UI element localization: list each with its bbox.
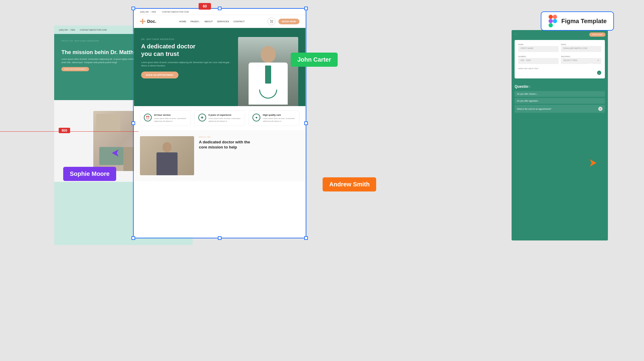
orange-cursor-arrow xyxy=(590,159,596,168)
feature-desc-1: Lorem ipsum dolor sit amet, consectetur … xyxy=(154,117,187,123)
hero-text: DR. MATTHEW ANDERSON A dedicated doctor … xyxy=(141,37,232,106)
hero-book-btn[interactable]: BOOK AN APPOINTMENT xyxy=(141,72,178,78)
about-person-body xyxy=(156,152,178,175)
feature-title-3: High quality care xyxy=(263,114,296,116)
bg-faq-plus-icon[interactable]: + xyxy=(598,107,602,111)
svg-rect-10 xyxy=(549,23,553,27)
doctor-body xyxy=(249,63,288,105)
width-ruler-badge: 800 xyxy=(59,128,70,133)
svg-rect-8 xyxy=(553,15,557,19)
nav-links: HOME PAGES ABOUT SERVICES CONTACT xyxy=(179,20,245,23)
bg-form-number-field[interactable]: 000 - 1000 xyxy=(518,58,559,64)
hero-doctor-image xyxy=(238,37,298,106)
about-image xyxy=(140,136,194,175)
feature-desc-3: Lorem ipsum dolor sit amet, consectetur … xyxy=(263,117,296,123)
main-frame-wrapper: (284) 587 – 7800 CONTACT@DOCTOR.COM Doc.… xyxy=(134,9,305,237)
bg-form-send-btn[interactable]: → xyxy=(597,71,601,75)
doctor-head xyxy=(261,46,276,63)
nav-right: BOOK NOW xyxy=(268,17,299,25)
feature-desc-2: Lorem ipsum dolor sit amet, consectetur … xyxy=(209,117,241,123)
bg-faq-title: Question xyxy=(515,84,605,89)
about-person xyxy=(155,139,179,175)
nav-logo: Doc. xyxy=(140,19,156,24)
figma-badge-text: Figma Template xyxy=(561,18,607,25)
bg-form-email-label: EMAIL xyxy=(561,44,601,45)
feature-text-3: High quality care Lorem ipsum dolor sit … xyxy=(263,114,296,123)
doctor-coat-detail xyxy=(265,66,271,84)
feature-icon-2: ✚ xyxy=(198,114,206,121)
main-email: CONTACT@DOCTOR.COM xyxy=(162,11,189,13)
john-carter-badge: John Carter xyxy=(291,53,338,67)
feature-card-2: ✚ 8 years of experience Lorem ipsum dolo… xyxy=(194,110,245,126)
logo-cross-icon xyxy=(140,19,145,24)
bg-faq-item-2[interactable]: Do you offer appointm... xyxy=(515,98,605,104)
nav-pages[interactable]: PAGES xyxy=(190,20,200,23)
andrew-smith-badge: Andrew Smith xyxy=(323,177,376,191)
height-badge: 60 xyxy=(199,3,211,10)
feature-title-1: 24 hour service xyxy=(154,114,187,116)
svg-point-4 xyxy=(271,22,271,23)
bg-form-inquiries-label: INQUIRIES xyxy=(561,56,601,57)
bg-right-faq: Question Do you offer virtual v... Do yo… xyxy=(512,81,608,117)
nav-contact[interactable]: CONTACT xyxy=(233,20,245,23)
hero-image-container xyxy=(238,37,298,106)
doctor-silhouette xyxy=(244,40,292,106)
stethoscope-icon xyxy=(259,90,277,99)
svg-rect-7 xyxy=(549,15,553,19)
main-nav: Doc. HOME PAGES ABOUT SERVICES CONTACT B… xyxy=(134,15,305,28)
about-section: ABOUT ME A dedicated doctor with the cor… xyxy=(134,130,305,181)
bg-faq-item-3[interactable]: What is the cost for an appointment? + xyxy=(515,105,605,113)
features-row: ⏰ 24 hour service Lorem ipsum dolor sit … xyxy=(134,106,305,130)
about-person-head xyxy=(163,142,172,152)
svg-point-11 xyxy=(553,19,557,23)
about-title: A dedicated doctor with the core mission… xyxy=(199,140,299,150)
hero-subtitle: DR. MATTHEW ANDERSON xyxy=(141,38,232,40)
about-text: ABOUT ME A dedicated doctor with the cor… xyxy=(199,136,299,175)
figma-template-badge: Figma Template xyxy=(541,11,614,31)
main-phone: (284) 587 – 7800 xyxy=(140,11,156,13)
main-page: (284) 587 – 7800 CONTACT@DOCTOR.COM Doc.… xyxy=(134,9,305,237)
bg-right-cursor-icon xyxy=(585,63,596,75)
hero-desc: Lorem ipsum dolor sit amet, consectetur … xyxy=(141,61,232,67)
svg-marker-1 xyxy=(590,159,596,167)
bg-faq-item-1[interactable]: Do you offer virtual v... xyxy=(515,91,605,97)
feature-text-2: 8 years of experience Lorem ipsum dolor … xyxy=(209,114,241,123)
svg-rect-9 xyxy=(549,19,553,23)
bg-right-nav-placeholder: ... xyxy=(515,32,516,35)
nav-services[interactable]: SERVICES xyxy=(217,20,229,23)
svg-rect-3 xyxy=(140,21,145,22)
hero-section: DR. MATTHEW ANDERSON A dedicated doctor … xyxy=(134,28,305,106)
purple-cursor-arrow xyxy=(112,149,119,158)
sophie-moore-badge: Sophie Moore xyxy=(63,167,116,181)
feature-card-1: ⏰ 24 hour service Lorem ipsum dolor sit … xyxy=(140,110,191,126)
figma-logo-icon xyxy=(548,16,558,26)
bg-page-right: ... BOOK NOW NAME FIRST NAME EMAIL EMAIL… xyxy=(512,30,608,240)
cart-button[interactable] xyxy=(268,17,275,25)
feature-icon-3: ♥ xyxy=(252,114,260,121)
nav-logo-text: Doc. xyxy=(147,19,156,24)
nav-home[interactable]: HOME xyxy=(179,20,186,23)
bg-form-name-label: NAME xyxy=(518,44,559,45)
main-top-bar: (284) 587 – 7800 CONTACT@DOCTOR.COM xyxy=(134,9,305,15)
top-bar-left: (284) 587 – 7800 CONTACT@DOCTOR.COM xyxy=(140,11,189,13)
bg-left-phone: (284) 587 – 7800 xyxy=(59,29,75,31)
bg-left-email: CONTACT@DOCTOR.COM xyxy=(80,29,107,31)
bg-form-name-field[interactable]: FIRST NAME xyxy=(518,46,559,52)
svg-marker-6 xyxy=(112,149,119,157)
feature-icon-1: ⏰ xyxy=(144,114,152,121)
feature-text-1: 24 hour service Lorem ipsum dolor sit am… xyxy=(154,114,187,123)
bg-right-book-btn[interactable]: BOOK NOW xyxy=(589,32,605,37)
feature-title-2: 8 years of experience xyxy=(209,114,241,116)
hero-title: A dedicated doctor you can trust xyxy=(141,43,232,58)
bg-left-btn[interactable]: BOOK AN APPOINTMENT xyxy=(61,67,89,71)
bg-form-email-field[interactable]: EMAIL@EXAMPLE.COM xyxy=(561,46,601,52)
feature-card-3: ♥ High quality care Lorem ipsum dolor si… xyxy=(249,110,299,126)
about-tag: ABOUT ME xyxy=(199,136,299,138)
bg-form-number-label: NUMBER xyxy=(518,56,559,57)
svg-point-5 xyxy=(272,22,273,23)
nav-book-btn[interactable]: BOOK NOW xyxy=(278,19,299,24)
nav-about[interactable]: ABOUT xyxy=(205,20,213,23)
